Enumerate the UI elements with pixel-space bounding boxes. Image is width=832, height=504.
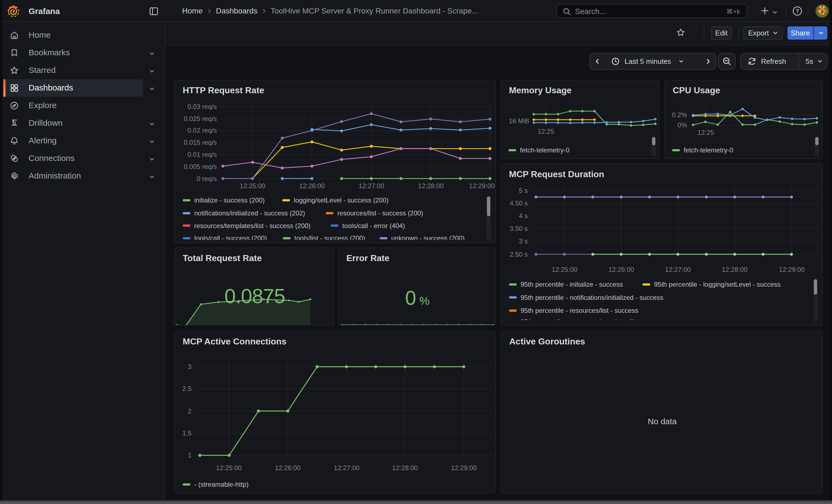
- svg-text:?: ?: [796, 8, 799, 14]
